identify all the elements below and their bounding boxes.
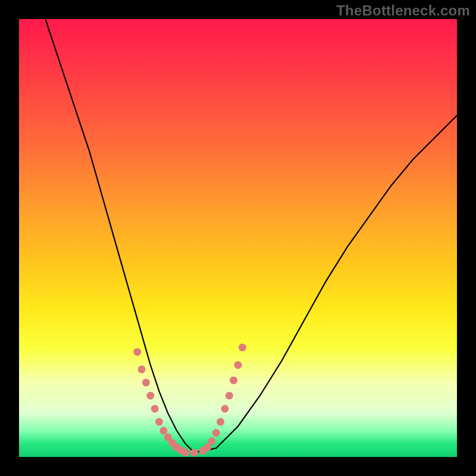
- watermark-text: TheBottleneck.com: [336, 2, 470, 19]
- marker-point: [226, 392, 233, 400]
- marker-point: [138, 365, 146, 373]
- marker-point: [221, 405, 228, 413]
- marker-point: [217, 418, 224, 426]
- plot-area: [19, 19, 457, 457]
- bottleneck-curve-svg: [19, 19, 457, 457]
- marker-point: [208, 437, 215, 445]
- marker-point: [151, 405, 159, 413]
- marker-point: [133, 348, 141, 356]
- marker-point: [239, 344, 246, 352]
- marker-point: [146, 392, 154, 400]
- marker-point: [155, 418, 163, 426]
- marker-point: [142, 378, 150, 386]
- marker-point: [159, 427, 167, 434]
- marker-point: [181, 449, 189, 456]
- marker-point: [190, 449, 198, 456]
- marker-point: [234, 361, 242, 369]
- marker-point: [212, 429, 220, 437]
- marker-point: [230, 377, 237, 384]
- bottleneck-curve: [45, 19, 457, 453]
- marker-group: [133, 344, 246, 457]
